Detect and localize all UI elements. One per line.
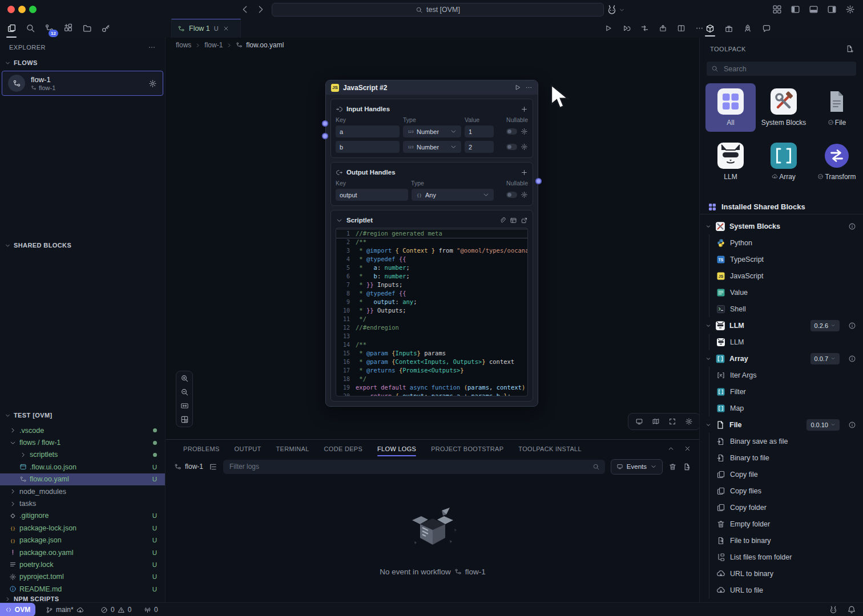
npm-scripts-section-header[interactable]: NPM SCRIPTS: [0, 595, 64, 602]
version-dropdown[interactable]: 0.2.6: [810, 320, 840, 331]
tree-item-flows-flow-1[interactable]: flows / flow-1: [0, 436, 165, 448]
info-icon[interactable]: [848, 322, 856, 330]
zoom-in-button[interactable]: [180, 374, 189, 383]
shared-blocks-section-header[interactable]: SHARED BLOCKS: [0, 242, 76, 249]
toggle-left-panel-button[interactable]: [791, 5, 800, 14]
toolpack-category-llm[interactable]: LLM: [705, 137, 756, 186]
project-section-header[interactable]: TEST [OVM]: [0, 412, 57, 419]
panel-tab-toolpack-install[interactable]: TOOLPACK INSTALL: [518, 440, 582, 457]
auto-layout-button[interactable]: [180, 415, 189, 424]
input-port-a[interactable]: [322, 120, 328, 127]
rerun-button[interactable]: [622, 24, 631, 33]
rocket-panel-button[interactable]: [743, 24, 752, 33]
ports-status[interactable]: 0: [144, 603, 158, 616]
tree-item-gitignore[interactable]: .gitignoreU: [0, 510, 165, 522]
version-dropdown[interactable]: 0.0.10: [806, 419, 840, 431]
more-actions-button[interactable]: [695, 24, 704, 33]
block-group-llm[interactable]: LLM0.2.6: [700, 317, 863, 334]
activity-extensions-button[interactable]: [61, 21, 75, 36]
block-item-binary-to-file[interactable]: Binary to file: [709, 449, 863, 466]
close-tab-icon[interactable]: [223, 25, 229, 32]
log-view-mode-button[interactable]: [209, 463, 217, 471]
panel-tab-output[interactable]: OUTPUT: [235, 440, 261, 457]
zoom-out-button[interactable]: [180, 388, 189, 396]
minimize-window-button[interactable]: [18, 6, 26, 13]
split-editor-button[interactable]: [677, 24, 685, 33]
activity-folder-button[interactable]: [80, 21, 94, 36]
block-item-value[interactable]: Value: [709, 284, 863, 301]
input-key-field[interactable]: b: [336, 141, 400, 153]
block-item-map[interactable]: Map: [709, 400, 863, 416]
block-item-url-to-binary[interactable]: URL to binary: [709, 565, 863, 582]
toolpack-category-transform[interactable]: Transform: [812, 137, 862, 186]
filter-logs-field[interactable]: [228, 462, 588, 471]
new-toolpack-button[interactable]: [845, 44, 854, 53]
tree-item-flow-ui-oo-json[interactable]: .flow.ui.oo.jsonU: [0, 461, 165, 473]
input-type-select[interactable]: 123Number: [403, 141, 461, 153]
panel-tab-problems[interactable]: PROBLEMS: [183, 440, 220, 457]
tree-item-package-json[interactable]: {}package.jsonU: [0, 534, 165, 546]
breadcrumb-flows[interactable]: flows: [176, 41, 191, 49]
block-item-javascript[interactable]: JSJavaScript: [709, 268, 863, 284]
block-group-file[interactable]: File0.0.10: [700, 416, 863, 433]
attach-icon[interactable]: [499, 217, 506, 224]
settings-button[interactable]: [845, 5, 855, 14]
info-icon[interactable]: [848, 355, 856, 363]
table-view-icon[interactable]: [510, 217, 517, 224]
canvas-settings-button[interactable]: [685, 418, 693, 425]
block-item-llm[interactable]: LLM: [709, 334, 863, 350]
git-branch-status[interactable]: main*: [46, 603, 84, 616]
input-port-b[interactable]: [322, 133, 328, 139]
activity-keys-button[interactable]: [99, 21, 112, 36]
output-key-field[interactable]: output: [336, 189, 408, 201]
block-group-system-blocks[interactable]: System Blocks: [700, 218, 863, 234]
block-item-copy-flies[interactable]: Copy flies: [709, 483, 863, 499]
close-window-button[interactable]: [7, 6, 15, 13]
block-item-filter[interactable]: Filter: [709, 383, 863, 400]
block-item-file-to-binary[interactable]: File to binary: [709, 532, 863, 549]
info-icon[interactable]: [848, 222, 856, 230]
preview-button[interactable]: [635, 418, 643, 425]
code-editor[interactable]: 1//#region generated meta2/**3 * @import…: [336, 228, 528, 396]
input-value-field[interactable]: 1: [465, 125, 494, 137]
block-item-shell[interactable]: Shell: [709, 301, 863, 317]
block-item-empty-folder[interactable]: Empty folder: [709, 516, 863, 532]
panel-tab-project-bootstrap[interactable]: PROJECT BOOTSTRAP: [431, 440, 503, 457]
node-more-button[interactable]: [525, 84, 533, 91]
toggle-right-panel-button[interactable]: [827, 5, 837, 14]
tree-item-pyproject-toml[interactable]: pyproject.tomlU: [0, 571, 165, 583]
activity-explorer-button[interactable]: [5, 21, 18, 36]
block-item-binary-save-as-file[interactable]: Binary save as file: [709, 433, 863, 449]
toggle-bottom-panel-button[interactable]: [809, 5, 818, 14]
tree-item-vscode[interactable]: .vscode: [0, 424, 165, 436]
flow-node-javascript-2[interactable]: JS JavaScript #2 Input Handles KeyTypeVa…: [325, 80, 538, 407]
export-logs-button[interactable]: [683, 463, 691, 471]
tree-item-flow-oo-yaml[interactable]: flow.oo.yamlU: [0, 473, 165, 485]
flow-canvas[interactable]: JS JavaScript #2 Input Handles KeyTypeVa…: [166, 52, 699, 439]
toolpack-search-input[interactable]: [707, 62, 856, 76]
editor-tab-flow-1[interactable]: Flow 1 U: [171, 19, 241, 38]
input-type-select[interactable]: 123Number: [403, 125, 461, 137]
input-value-field[interactable]: 2: [465, 141, 494, 153]
nullable-toggle[interactable]: [506, 144, 517, 150]
breadcrumb-flow-1[interactable]: flow-1: [204, 41, 223, 49]
minimap-button[interactable]: [652, 418, 660, 425]
toolpack-category-system-blocks[interactable]: System Blocks: [759, 83, 809, 132]
layout-grid-button[interactable]: [772, 5, 782, 14]
block-group-array[interactable]: Array0.0.7: [700, 350, 863, 367]
nullable-toggle[interactable]: [506, 192, 517, 198]
block-item-list-files-from-folder[interactable]: List files from folder: [709, 549, 863, 565]
flows-section-header[interactable]: FLOWS: [0, 59, 42, 66]
flow-settings-button[interactable]: [148, 79, 157, 88]
history-back-button[interactable]: [240, 5, 250, 14]
block-item-typescript[interactable]: TSTypeScript: [709, 251, 863, 268]
tree-item-scriptlets[interactable]: scriptlets: [0, 449, 165, 461]
close-panel-button[interactable]: [684, 445, 691, 452]
toolpack-category-array[interactable]: Array: [759, 137, 809, 186]
add-input-button[interactable]: [521, 106, 528, 113]
block-item-copy-file[interactable]: Copy file: [709, 466, 863, 483]
log-flow-selector[interactable]: flow-1: [174, 463, 203, 471]
tree-item-poetry-lock[interactable]: poetry.lockU: [0, 558, 165, 570]
toolpack-category-file[interactable]: File: [812, 83, 862, 132]
events-dropdown[interactable]: Events: [611, 459, 663, 475]
